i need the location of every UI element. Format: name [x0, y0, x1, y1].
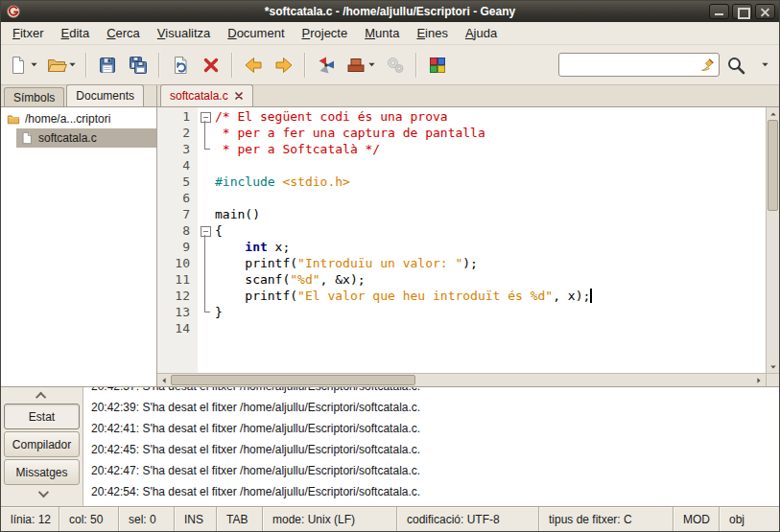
tab-label: Estat: [29, 410, 55, 424]
fold-margin[interactable]: [198, 157, 213, 173]
revert-button[interactable]: [166, 50, 195, 81]
code-line: 10 printf("Introduïu un valor: ");: [157, 255, 766, 271]
fold-margin[interactable]: [198, 288, 213, 304]
chevron-down-icon: [37, 486, 48, 497]
fold-margin[interactable]: [198, 239, 213, 255]
statusbar-segment: línia: 12: [1, 507, 59, 531]
execute-button[interactable]: [381, 50, 410, 81]
tab-softcatala[interactable]: softcatala.c: [160, 84, 253, 106]
fold-margin[interactable]: [198, 125, 213, 141]
tab-simbols[interactable]: Símbols: [4, 87, 64, 106]
tree-row[interactable]: /home/a...criptori: [1, 109, 156, 128]
close-document-button[interactable]: [197, 50, 225, 81]
fold-margin[interactable]: [198, 222, 213, 239]
documents-tree: /home/a...criptori softcatala.c: [1, 107, 156, 386]
line-number: 7: [157, 206, 198, 222]
tab-compilador[interactable]: Compilador: [4, 431, 80, 457]
log-message: 20:42:45: S'ha desat el fitxer /home/alj…: [83, 439, 779, 460]
build-button[interactable]: [343, 50, 379, 81]
tab-estat[interactable]: Estat: [4, 404, 80, 429]
code-line: 6: [157, 190, 766, 206]
tree-row[interactable]: softcatala.c: [1, 128, 156, 148]
menu-item[interactable]: Eines: [408, 22, 457, 44]
fold-margin[interactable]: [198, 108, 213, 125]
open-file-button[interactable]: [43, 50, 80, 81]
editor-tabbar: softcatala.c: [157, 85, 779, 107]
tab-close-icon[interactable]: [234, 91, 244, 101]
dropdown-arrow-icon[interactable]: [367, 60, 376, 69]
dropdown-arrow-icon[interactable]: [30, 60, 38, 69]
scroll-down-icon[interactable]: [767, 360, 779, 373]
scrollbar-thumb[interactable]: [171, 375, 415, 385]
tab-documents[interactable]: Documents: [66, 84, 144, 106]
menu-item[interactable]: Visualitza: [149, 22, 219, 44]
tab-label: softcatala.c: [170, 89, 228, 103]
horizontal-scrollbar[interactable]: [157, 373, 779, 386]
code-text: int x;: [213, 239, 290, 255]
code-editor[interactable]: 1 /* El següent codi és una prova 2 * pe…: [157, 107, 779, 373]
file-icon: [20, 131, 34, 145]
titlebar[interactable]: *softcatala.c - /home/aljullu/Escriptori…: [1, 1, 779, 22]
navigate-forward-button[interactable]: [270, 50, 298, 81]
tab-missatges[interactable]: Missatges: [4, 459, 80, 485]
toolbar-overflow-button[interactable]: [756, 51, 773, 80]
text-cursor: [590, 289, 592, 303]
msg-tabs-scroll-up-button[interactable]: [3, 388, 81, 403]
sidebar: Símbols Documents /home/a...criptori sof…: [1, 85, 157, 386]
code-text: /* El següent codi és una prova: [213, 108, 448, 125]
code-line: 4: [157, 157, 766, 173]
vertical-scrollbar[interactable]: [766, 107, 779, 373]
status-message-list[interactable]: 20:42:37: S'ha desat el fitxer /home/alj…: [83, 387, 779, 506]
navigate-back-button[interactable]: [239, 50, 268, 81]
scrollbar-track[interactable]: [171, 374, 752, 386]
code-area[interactable]: 1 /* El següent codi és una prova 2 * pe…: [157, 107, 766, 373]
tab-label: Compilador: [12, 438, 71, 451]
line-number: 4: [157, 157, 198, 173]
save-button[interactable]: [93, 50, 122, 81]
dropdown-arrow-icon[interactable]: [68, 60, 77, 69]
new-document-button[interactable]: [5, 50, 41, 81]
statusbar-segment: INS: [174, 507, 216, 531]
close-window-button[interactable]: [755, 4, 775, 19]
menu-item[interactable]: Document: [219, 22, 293, 44]
statusbar-segment: tipus de fitxer: C: [538, 507, 673, 531]
search-input-field[interactable]: [565, 58, 700, 72]
fold-margin[interactable]: [198, 206, 213, 222]
log-message: 20:42:41: S'ha desat el fitxer /home/alj…: [83, 418, 779, 439]
arrow-left-icon: [243, 55, 264, 76]
clear-search-icon[interactable]: [700, 58, 715, 72]
fold-margin[interactable]: [198, 320, 213, 336]
menu-item[interactable]: Edita: [53, 22, 99, 44]
fold-margin[interactable]: [198, 190, 213, 206]
menu-item[interactable]: Fitxer: [4, 22, 53, 44]
fold-margin[interactable]: [198, 255, 213, 271]
maximize-button[interactable]: [732, 4, 752, 19]
scroll-left-icon[interactable]: [157, 374, 171, 386]
fold-margin[interactable]: [198, 173, 213, 190]
window-controls: [709, 4, 775, 19]
minimize-button[interactable]: [709, 4, 729, 19]
fold-margin[interactable]: [198, 271, 213, 288]
menu-item[interactable]: Projecte: [294, 22, 357, 44]
menu-item[interactable]: Ajuda: [457, 22, 506, 44]
line-number: 14: [157, 320, 198, 336]
fold-margin[interactable]: [198, 304, 213, 320]
msg-tabs-scroll-down-button[interactable]: [3, 486, 81, 500]
scrollbar-thumb[interactable]: [768, 120, 778, 211]
compile-button[interactable]: [312, 50, 341, 81]
compile-icon: [316, 55, 337, 76]
code-line: 2 * per a fer una captura de pantalla: [157, 125, 766, 141]
tree-label: /home/a...criptori: [25, 112, 110, 126]
menu-item[interactable]: Munta: [356, 22, 408, 44]
toolbar: [1, 45, 779, 85]
scrollbar-track[interactable]: [767, 120, 779, 360]
color-chooser-button[interactable]: [423, 50, 452, 81]
save-all-button[interactable]: [124, 50, 153, 81]
scroll-right-icon[interactable]: [752, 374, 766, 386]
find-button[interactable]: [721, 50, 750, 81]
build-icon: [345, 55, 366, 76]
search-input[interactable]: [558, 53, 720, 77]
scroll-up-icon[interactable]: [767, 107, 779, 120]
menu-item[interactable]: Cerca: [98, 22, 149, 44]
fold-margin[interactable]: [198, 141, 213, 157]
